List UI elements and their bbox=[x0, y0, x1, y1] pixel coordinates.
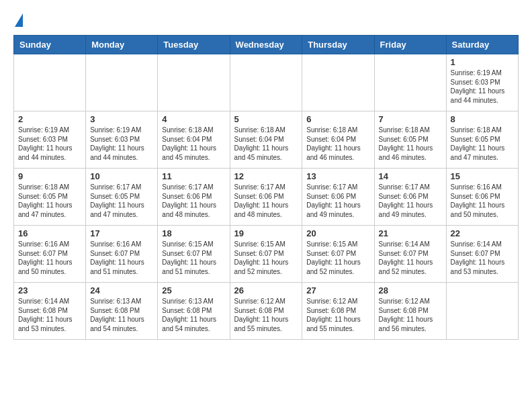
day-number: 28 bbox=[379, 285, 442, 295]
day-info: Sunrise: 6:18 AM Sunset: 6:05 PM Dayligh… bbox=[18, 183, 81, 219]
day-number: 23 bbox=[18, 285, 81, 295]
day-info: Sunrise: 6:17 AM Sunset: 6:06 PM Dayligh… bbox=[379, 183, 442, 219]
calendar-cell: 9Sunrise: 6:18 AM Sunset: 6:05 PM Daylig… bbox=[14, 169, 86, 226]
calendar-cell bbox=[86, 54, 158, 111]
calendar-cell: 21Sunrise: 6:14 AM Sunset: 6:07 PM Dayli… bbox=[374, 226, 446, 283]
day-info: Sunrise: 6:14 AM Sunset: 6:07 PM Dayligh… bbox=[451, 240, 514, 276]
day-number: 13 bbox=[306, 171, 369, 181]
calendar-cell: 20Sunrise: 6:15 AM Sunset: 6:07 PM Dayli… bbox=[302, 226, 374, 283]
day-number: 24 bbox=[90, 285, 153, 295]
calendar-header-row: SundayMondayTuesdayWednesdayThursdayFrid… bbox=[14, 36, 519, 54]
day-number: 2 bbox=[18, 114, 81, 124]
day-number: 7 bbox=[379, 114, 442, 124]
day-info: Sunrise: 6:18 AM Sunset: 6:05 PM Dayligh… bbox=[379, 126, 442, 162]
day-info: Sunrise: 6:19 AM Sunset: 6:03 PM Dayligh… bbox=[90, 126, 153, 162]
day-number: 1 bbox=[451, 57, 514, 67]
day-number: 6 bbox=[306, 114, 369, 124]
calendar-cell: 13Sunrise: 6:17 AM Sunset: 6:06 PM Dayli… bbox=[302, 169, 374, 226]
day-info: Sunrise: 6:15 AM Sunset: 6:07 PM Dayligh… bbox=[162, 240, 225, 276]
day-number: 10 bbox=[90, 171, 153, 181]
day-info: Sunrise: 6:17 AM Sunset: 6:06 PM Dayligh… bbox=[162, 183, 225, 219]
calendar-cell bbox=[230, 54, 302, 111]
day-number: 25 bbox=[162, 285, 225, 295]
day-info: Sunrise: 6:18 AM Sunset: 6:04 PM Dayligh… bbox=[162, 126, 225, 162]
calendar-cell: 17Sunrise: 6:16 AM Sunset: 6:07 PM Dayli… bbox=[86, 226, 158, 283]
col-header-sunday: Sunday bbox=[14, 36, 86, 54]
calendar-cell bbox=[14, 54, 86, 111]
calendar-cell: 12Sunrise: 6:17 AM Sunset: 6:06 PM Dayli… bbox=[230, 169, 302, 226]
week-row-4: 23Sunrise: 6:14 AM Sunset: 6:08 PM Dayli… bbox=[14, 283, 519, 340]
day-number: 18 bbox=[162, 228, 225, 238]
calendar-cell: 7Sunrise: 6:18 AM Sunset: 6:05 PM Daylig… bbox=[374, 111, 446, 169]
day-info: Sunrise: 6:12 AM Sunset: 6:08 PM Dayligh… bbox=[379, 297, 442, 333]
calendar-cell: 11Sunrise: 6:17 AM Sunset: 6:06 PM Dayli… bbox=[158, 169, 230, 226]
day-number: 16 bbox=[18, 228, 81, 238]
day-number: 26 bbox=[234, 285, 298, 295]
page-header bbox=[13, 13, 519, 28]
calendar-cell bbox=[374, 54, 446, 111]
calendar-cell: 24Sunrise: 6:13 AM Sunset: 6:08 PM Dayli… bbox=[86, 283, 158, 340]
day-number: 3 bbox=[90, 114, 153, 124]
day-number: 9 bbox=[18, 171, 81, 181]
week-row-0: 1Sunrise: 6:19 AM Sunset: 6:03 PM Daylig… bbox=[14, 54, 519, 111]
day-info: Sunrise: 6:13 AM Sunset: 6:08 PM Dayligh… bbox=[162, 297, 225, 333]
col-header-tuesday: Tuesday bbox=[158, 36, 230, 54]
day-number: 19 bbox=[234, 228, 298, 238]
week-row-3: 16Sunrise: 6:16 AM Sunset: 6:07 PM Dayli… bbox=[14, 226, 519, 283]
calendar-cell: 3Sunrise: 6:19 AM Sunset: 6:03 PM Daylig… bbox=[86, 111, 158, 169]
col-header-thursday: Thursday bbox=[302, 36, 374, 54]
day-number: 17 bbox=[90, 228, 153, 238]
day-info: Sunrise: 6:15 AM Sunset: 6:07 PM Dayligh… bbox=[234, 240, 298, 276]
col-header-wednesday: Wednesday bbox=[230, 36, 302, 54]
calendar-cell: 18Sunrise: 6:15 AM Sunset: 6:07 PM Dayli… bbox=[158, 226, 230, 283]
day-info: Sunrise: 6:15 AM Sunset: 6:07 PM Dayligh… bbox=[306, 240, 369, 276]
calendar-cell bbox=[302, 54, 374, 111]
day-info: Sunrise: 6:16 AM Sunset: 6:07 PM Dayligh… bbox=[18, 240, 81, 276]
calendar-cell: 8Sunrise: 6:18 AM Sunset: 6:05 PM Daylig… bbox=[446, 111, 518, 169]
day-number: 14 bbox=[379, 171, 442, 181]
calendar-cell: 4Sunrise: 6:18 AM Sunset: 6:04 PM Daylig… bbox=[158, 111, 230, 169]
calendar-cell bbox=[158, 54, 230, 111]
calendar-cell: 2Sunrise: 6:19 AM Sunset: 6:03 PM Daylig… bbox=[14, 111, 86, 169]
day-number: 27 bbox=[306, 285, 369, 295]
day-info: Sunrise: 6:14 AM Sunset: 6:08 PM Dayligh… bbox=[18, 297, 81, 333]
day-info: Sunrise: 6:17 AM Sunset: 6:06 PM Dayligh… bbox=[306, 183, 369, 219]
day-info: Sunrise: 6:19 AM Sunset: 6:03 PM Dayligh… bbox=[451, 68, 514, 105]
calendar-cell bbox=[446, 283, 518, 340]
calendar-cell: 10Sunrise: 6:17 AM Sunset: 6:05 PM Dayli… bbox=[86, 169, 158, 226]
day-info: Sunrise: 6:18 AM Sunset: 6:04 PM Dayligh… bbox=[306, 126, 369, 162]
day-info: Sunrise: 6:18 AM Sunset: 6:04 PM Dayligh… bbox=[234, 126, 298, 162]
day-info: Sunrise: 6:14 AM Sunset: 6:07 PM Dayligh… bbox=[379, 240, 442, 276]
col-header-monday: Monday bbox=[86, 36, 158, 54]
week-row-2: 9Sunrise: 6:18 AM Sunset: 6:05 PM Daylig… bbox=[14, 169, 519, 226]
day-number: 22 bbox=[451, 228, 514, 238]
calendar-cell: 1Sunrise: 6:19 AM Sunset: 6:03 PM Daylig… bbox=[446, 54, 518, 111]
day-info: Sunrise: 6:19 AM Sunset: 6:03 PM Dayligh… bbox=[18, 126, 81, 162]
day-info: Sunrise: 6:17 AM Sunset: 6:06 PM Dayligh… bbox=[234, 183, 298, 219]
logo bbox=[13, 13, 23, 28]
week-row-1: 2Sunrise: 6:19 AM Sunset: 6:03 PM Daylig… bbox=[14, 111, 519, 169]
calendar-cell: 16Sunrise: 6:16 AM Sunset: 6:07 PM Dayli… bbox=[14, 226, 86, 283]
calendar-cell: 26Sunrise: 6:12 AM Sunset: 6:08 PM Dayli… bbox=[230, 283, 302, 340]
calendar-cell: 15Sunrise: 6:16 AM Sunset: 6:06 PM Dayli… bbox=[446, 169, 518, 226]
calendar-cell: 25Sunrise: 6:13 AM Sunset: 6:08 PM Dayli… bbox=[158, 283, 230, 340]
col-header-friday: Friday bbox=[374, 36, 446, 54]
calendar-cell: 27Sunrise: 6:12 AM Sunset: 6:08 PM Dayli… bbox=[302, 283, 374, 340]
day-number: 21 bbox=[379, 228, 442, 238]
calendar-cell: 28Sunrise: 6:12 AM Sunset: 6:08 PM Dayli… bbox=[374, 283, 446, 340]
calendar-cell: 14Sunrise: 6:17 AM Sunset: 6:06 PM Dayli… bbox=[374, 169, 446, 226]
day-number: 4 bbox=[162, 114, 225, 124]
calendar-table: SundayMondayTuesdayWednesdayThursdayFrid… bbox=[13, 35, 519, 340]
day-number: 12 bbox=[234, 171, 298, 181]
day-number: 5 bbox=[234, 114, 298, 124]
col-header-saturday: Saturday bbox=[446, 36, 518, 54]
calendar-cell: 5Sunrise: 6:18 AM Sunset: 6:04 PM Daylig… bbox=[230, 111, 302, 169]
day-number: 20 bbox=[306, 228, 369, 238]
day-info: Sunrise: 6:13 AM Sunset: 6:08 PM Dayligh… bbox=[90, 297, 153, 333]
day-info: Sunrise: 6:12 AM Sunset: 6:08 PM Dayligh… bbox=[234, 297, 298, 333]
calendar-cell: 22Sunrise: 6:14 AM Sunset: 6:07 PM Dayli… bbox=[446, 226, 518, 283]
calendar-cell: 19Sunrise: 6:15 AM Sunset: 6:07 PM Dayli… bbox=[230, 226, 302, 283]
day-info: Sunrise: 6:16 AM Sunset: 6:06 PM Dayligh… bbox=[451, 183, 514, 219]
day-info: Sunrise: 6:17 AM Sunset: 6:05 PM Dayligh… bbox=[90, 183, 153, 219]
day-number: 11 bbox=[162, 171, 225, 181]
